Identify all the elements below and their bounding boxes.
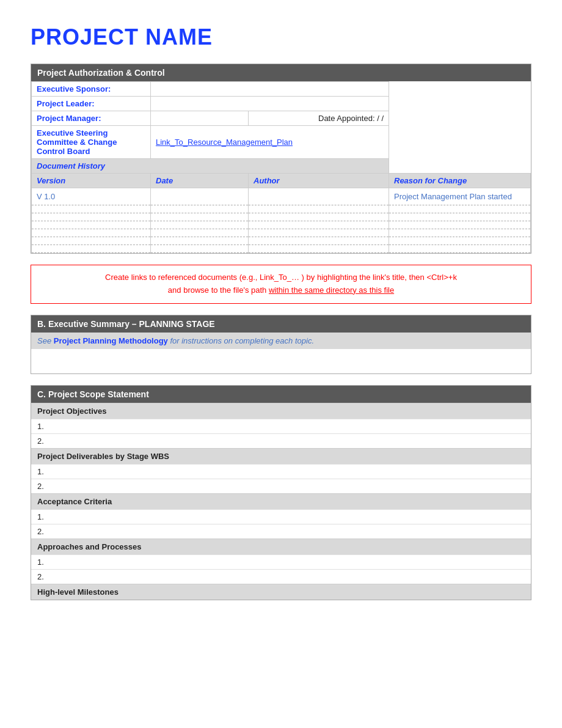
scope-objectives-label: Project Objectives	[31, 403, 531, 419]
scope-subheader-objectives: Project Objectives	[31, 403, 531, 419]
scope-subheader-deliverables: Project Deliverables by Stage WBS	[31, 448, 531, 464]
notice-box: Create links to referenced documents (e.…	[31, 265, 531, 304]
table-row	[32, 229, 531, 237]
scope-item: 1.	[31, 554, 531, 569]
scope-item: 2.	[31, 433, 531, 448]
scope-item: 2.	[31, 524, 531, 539]
table-row	[32, 221, 531, 229]
executive-sponsor-value	[151, 82, 389, 97]
row-version	[32, 229, 151, 237]
scope-deliverables-label: Project Deliverables by Stage WBS	[31, 448, 531, 464]
col-date: Date	[151, 174, 249, 188]
section-c-header: C. Project Scope Statement	[31, 386, 531, 403]
section-b-content	[31, 349, 531, 373]
row-reason	[389, 205, 531, 213]
scope-item: 2.	[31, 479, 531, 493]
section-a-block: Project Authorization & Control Executiv…	[31, 64, 531, 254]
project-manager-row: Project Manager: Date Appointed: / /	[32, 111, 531, 126]
date-appointed-cell: Date Appointed: / /	[249, 111, 389, 126]
scope-item-label: 1.	[31, 509, 531, 524]
row-date	[151, 188, 249, 205]
row-author	[249, 245, 389, 253]
table-row: V 1.0 Project Management Plan started	[32, 188, 531, 205]
row-author	[249, 205, 389, 213]
row-date	[151, 213, 249, 221]
row-version	[32, 205, 151, 213]
row-date	[151, 221, 249, 229]
project-leader-label: Project Leader:	[32, 97, 151, 111]
doc-history-row: Document History	[32, 159, 531, 174]
section-a-header: Project Authorization & Control	[31, 64, 531, 81]
project-manager-value	[151, 111, 249, 126]
row-version	[32, 221, 151, 229]
section-c-block: C. Project Scope Statement Project Objec…	[31, 385, 531, 600]
section-b-see: See	[37, 336, 54, 345]
row-date	[151, 205, 249, 213]
scope-milestones-label: High-level Milestones	[31, 584, 531, 600]
project-manager-label: Project Manager:	[32, 111, 151, 126]
notice-underline-text: within the same directory as this file	[269, 285, 394, 295]
scope-table: Project Objectives 1. 2. Project Deliver…	[31, 403, 531, 600]
row-reason	[389, 221, 531, 229]
scope-item: 1.	[31, 419, 531, 433]
scope-item-label: 2.	[31, 479, 531, 493]
row-date	[151, 229, 249, 237]
table-row	[32, 245, 531, 253]
table-header-row: Version Date Author Reason for Change	[32, 174, 531, 188]
row-date	[151, 245, 249, 253]
scope-subheader-approaches: Approaches and Processes	[31, 539, 531, 554]
project-leader-row: Project Leader:	[32, 97, 531, 111]
row-version	[32, 237, 151, 245]
scope-item: 2.	[31, 569, 531, 584]
col-author: Author	[249, 174, 389, 188]
scope-item: 1.	[31, 464, 531, 479]
scope-item-label: 1.	[31, 554, 531, 569]
row-author	[249, 188, 389, 205]
scope-subheader-acceptance: Acceptance Criteria	[31, 493, 531, 509]
col-reason: Reason for Change	[389, 174, 531, 188]
scope-item-label: 1.	[31, 464, 531, 479]
row-reason	[389, 213, 531, 221]
project-leader-value	[151, 97, 389, 111]
section-b-link[interactable]: Project Planning Methodology	[54, 336, 168, 345]
row-date	[151, 237, 249, 245]
row-reason	[389, 229, 531, 237]
table-row	[32, 205, 531, 213]
notice-text-2: and browse to the file's path	[168, 285, 269, 295]
doc-history-label: Document History	[32, 159, 389, 174]
scope-item-label: 2.	[31, 524, 531, 539]
row-version: V 1.0	[32, 188, 151, 205]
table-row	[32, 237, 531, 245]
scope-item-label: 2.	[31, 433, 531, 448]
date-appointed-value: / /	[377, 114, 384, 123]
executive-sponsor-row: Executive Sponsor:	[32, 82, 531, 97]
section-b-instructions: for instructions on completing each topi…	[168, 336, 314, 345]
row-author	[249, 237, 389, 245]
scope-item-label: 1.	[31, 419, 531, 433]
steering-row: Executive Steering Committee & Change Co…	[32, 126, 531, 159]
steering-link-cell[interactable]: Link_To_Resource_Management_Plan	[151, 126, 389, 159]
scope-item-label: 2.	[31, 569, 531, 584]
table-row	[32, 213, 531, 221]
steering-link[interactable]: Link_To_Resource_Management_Plan	[156, 138, 293, 147]
row-author	[249, 229, 389, 237]
row-reason	[389, 237, 531, 245]
row-version	[32, 245, 151, 253]
row-reason: Project Management Plan started	[389, 188, 531, 205]
scope-approaches-label: Approaches and Processes	[31, 539, 531, 554]
page-title: PROJECT NAME	[31, 24, 531, 50]
row-version	[32, 213, 151, 221]
scope-acceptance-label: Acceptance Criteria	[31, 493, 531, 509]
date-appointed-label: Date Appointed:	[318, 114, 375, 123]
steering-label: Executive Steering Committee & Change Co…	[32, 126, 151, 159]
row-author	[249, 221, 389, 229]
section-b-header: B. Executive Summary – PLANNING STAGE	[31, 315, 531, 333]
scope-item: 1.	[31, 509, 531, 524]
executive-sponsor-label: Executive Sponsor:	[32, 82, 151, 97]
scope-subheader-milestones: High-level Milestones	[31, 584, 531, 600]
col-version: Version	[32, 174, 151, 188]
notice-text-1: Create links to referenced documents (e.…	[105, 273, 457, 282]
section-b-sub: See Project Planning Methodology for ins…	[31, 333, 531, 349]
row-author	[249, 213, 389, 221]
auth-table: Executive Sponsor: Project Leader: Proje…	[31, 81, 531, 253]
